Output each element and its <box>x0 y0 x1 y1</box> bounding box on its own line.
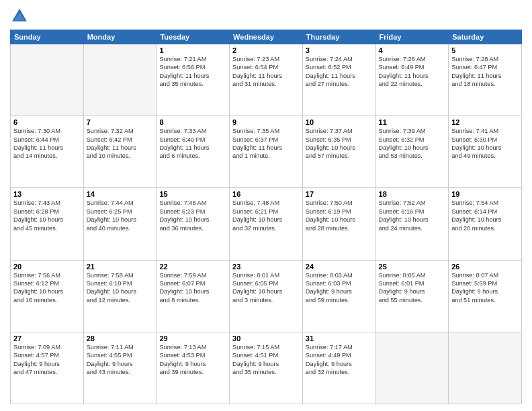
calendar-cell <box>449 332 522 404</box>
day-detail: Sunrise: 7:21 AM Sunset: 6:56 PM Dayligh… <box>159 55 226 89</box>
calendar-cell <box>83 44 157 116</box>
day-detail: Sunrise: 7:50 AM Sunset: 6:19 PM Dayligh… <box>306 199 373 232</box>
day-number: 21 <box>87 263 154 271</box>
calendar-cell: 25Sunrise: 8:05 AM Sunset: 6:01 PM Dayli… <box>375 260 449 332</box>
calendar-cell: 24Sunrise: 8:03 AM Sunset: 6:03 PM Dayli… <box>302 260 375 332</box>
day-detail: Sunrise: 7:37 AM Sunset: 6:35 PM Dayligh… <box>306 127 373 161</box>
calendar-cell: 21Sunrise: 7:58 AM Sunset: 6:10 PM Dayli… <box>83 260 157 332</box>
calendar-cell: 30Sunrise: 7:15 AM Sunset: 4:51 PM Dayli… <box>230 332 303 404</box>
day-number: 5 <box>451 46 519 54</box>
day-detail: Sunrise: 7:23 AM Sunset: 6:54 PM Dayligh… <box>232 55 300 89</box>
day-number: 29 <box>159 334 226 342</box>
calendar-cell: 31Sunrise: 7:17 AM Sunset: 4:49 PM Dayli… <box>302 332 375 404</box>
day-detail: Sunrise: 7:28 AM Sunset: 6:47 PM Dayligh… <box>451 55 519 89</box>
weekday-header-monday: Monday <box>83 30 157 44</box>
day-number: 22 <box>159 263 226 271</box>
day-number: 27 <box>13 334 81 342</box>
weekday-header-saturday: Saturday <box>449 30 522 44</box>
calendar-cell: 26Sunrise: 8:07 AM Sunset: 5:59 PM Dayli… <box>449 260 522 332</box>
day-number: 18 <box>379 190 446 198</box>
weekday-header-sunday: Sunday <box>11 30 84 44</box>
day-detail: Sunrise: 7:26 AM Sunset: 6:49 PM Dayligh… <box>379 55 446 89</box>
header <box>10 7 522 26</box>
calendar-cell: 1Sunrise: 7:21 AM Sunset: 6:56 PM Daylig… <box>157 44 230 116</box>
calendar-cell: 7Sunrise: 7:32 AM Sunset: 6:42 PM Daylig… <box>83 116 157 188</box>
weekday-header-thursday: Thursday <box>302 30 375 44</box>
week-row-3: 20Sunrise: 7:56 AM Sunset: 6:12 PM Dayli… <box>11 260 522 332</box>
day-number: 3 <box>306 46 373 54</box>
weekday-header-row: SundayMondayTuesdayWednesdayThursdayFrid… <box>11 30 522 44</box>
calendar-cell: 4Sunrise: 7:26 AM Sunset: 6:49 PM Daylig… <box>375 44 449 116</box>
day-number: 10 <box>306 118 373 126</box>
day-detail: Sunrise: 7:15 AM Sunset: 4:51 PM Dayligh… <box>232 343 300 377</box>
calendar-cell: 2Sunrise: 7:23 AM Sunset: 6:54 PM Daylig… <box>230 44 303 116</box>
logo <box>10 7 32 26</box>
day-number: 6 <box>13 118 81 126</box>
day-number: 9 <box>232 118 300 126</box>
logo-icon <box>10 7 29 26</box>
day-number: 24 <box>306 263 373 271</box>
calendar-cell: 23Sunrise: 8:01 AM Sunset: 6:05 PM Dayli… <box>230 260 303 332</box>
calendar-cell: 9Sunrise: 7:35 AM Sunset: 6:37 PM Daylig… <box>230 116 303 188</box>
calendar-cell: 10Sunrise: 7:37 AM Sunset: 6:35 PM Dayli… <box>302 116 375 188</box>
day-number: 14 <box>87 190 154 198</box>
calendar-cell: 19Sunrise: 7:54 AM Sunset: 6:14 PM Dayli… <box>449 188 522 260</box>
day-detail: Sunrise: 7:52 AM Sunset: 6:16 PM Dayligh… <box>379 199 446 232</box>
day-number: 4 <box>379 46 446 54</box>
day-number: 31 <box>306 334 373 342</box>
day-detail: Sunrise: 7:17 AM Sunset: 4:49 PM Dayligh… <box>306 343 373 377</box>
day-detail: Sunrise: 7:33 AM Sunset: 6:40 PM Dayligh… <box>159 127 226 161</box>
day-number: 1 <box>159 46 226 54</box>
day-number: 7 <box>87 118 154 126</box>
calendar-cell: 14Sunrise: 7:44 AM Sunset: 6:25 PM Dayli… <box>83 188 157 260</box>
calendar-cell: 22Sunrise: 7:59 AM Sunset: 6:07 PM Dayli… <box>157 260 230 332</box>
day-number: 13 <box>13 190 81 198</box>
weekday-header-tuesday: Tuesday <box>157 30 230 44</box>
day-detail: Sunrise: 7:09 AM Sunset: 4:57 PM Dayligh… <box>13 343 81 377</box>
day-number: 19 <box>451 190 519 198</box>
day-detail: Sunrise: 7:54 AM Sunset: 6:14 PM Dayligh… <box>451 199 519 232</box>
day-detail: Sunrise: 7:39 AM Sunset: 6:32 PM Dayligh… <box>379 127 446 161</box>
day-detail: Sunrise: 7:58 AM Sunset: 6:10 PM Dayligh… <box>87 271 154 305</box>
day-detail: Sunrise: 7:32 AM Sunset: 6:42 PM Dayligh… <box>87 127 154 161</box>
calendar-cell: 5Sunrise: 7:28 AM Sunset: 6:47 PM Daylig… <box>449 44 522 116</box>
day-number: 23 <box>232 263 300 271</box>
calendar-cell: 12Sunrise: 7:41 AM Sunset: 6:30 PM Dayli… <box>449 116 522 188</box>
week-row-0: 1Sunrise: 7:21 AM Sunset: 6:56 PM Daylig… <box>11 44 522 116</box>
calendar-cell: 11Sunrise: 7:39 AM Sunset: 6:32 PM Dayli… <box>375 116 449 188</box>
day-detail: Sunrise: 7:24 AM Sunset: 6:52 PM Dayligh… <box>306 55 373 89</box>
calendar-cell: 3Sunrise: 7:24 AM Sunset: 6:52 PM Daylig… <box>302 44 375 116</box>
weekday-header-friday: Friday <box>375 30 449 44</box>
day-detail: Sunrise: 7:11 AM Sunset: 4:55 PM Dayligh… <box>87 343 154 377</box>
calendar-cell: 16Sunrise: 7:48 AM Sunset: 6:21 PM Dayli… <box>230 188 303 260</box>
day-detail: Sunrise: 7:56 AM Sunset: 6:12 PM Dayligh… <box>13 271 81 305</box>
day-detail: Sunrise: 7:44 AM Sunset: 6:25 PM Dayligh… <box>87 199 154 232</box>
calendar-cell: 8Sunrise: 7:33 AM Sunset: 6:40 PM Daylig… <box>157 116 230 188</box>
day-detail: Sunrise: 8:03 AM Sunset: 6:03 PM Dayligh… <box>306 271 373 305</box>
day-detail: Sunrise: 7:59 AM Sunset: 6:07 PM Dayligh… <box>159 271 226 305</box>
calendar-cell <box>11 44 84 116</box>
day-detail: Sunrise: 7:48 AM Sunset: 6:21 PM Dayligh… <box>232 199 300 232</box>
day-number: 28 <box>87 334 154 342</box>
calendar-cell: 29Sunrise: 7:13 AM Sunset: 4:53 PM Dayli… <box>157 332 230 404</box>
calendar-cell: 28Sunrise: 7:11 AM Sunset: 4:55 PM Dayli… <box>83 332 157 404</box>
day-number: 16 <box>232 190 300 198</box>
day-detail: Sunrise: 7:43 AM Sunset: 6:28 PM Dayligh… <box>13 199 81 232</box>
day-number: 12 <box>451 118 519 126</box>
calendar-cell: 15Sunrise: 7:46 AM Sunset: 6:23 PM Dayli… <box>157 188 230 260</box>
day-number: 25 <box>379 263 446 271</box>
day-number: 15 <box>159 190 226 198</box>
calendar-cell: 27Sunrise: 7:09 AM Sunset: 4:57 PM Dayli… <box>11 332 84 404</box>
calendar-cell: 13Sunrise: 7:43 AM Sunset: 6:28 PM Dayli… <box>11 188 84 260</box>
calendar-cell: 17Sunrise: 7:50 AM Sunset: 6:19 PM Dayli… <box>302 188 375 260</box>
day-detail: Sunrise: 8:07 AM Sunset: 5:59 PM Dayligh… <box>451 271 519 305</box>
calendar-table: SundayMondayTuesdayWednesdayThursdayFrid… <box>10 30 522 404</box>
day-detail: Sunrise: 8:01 AM Sunset: 6:05 PM Dayligh… <box>232 271 300 305</box>
day-number: 2 <box>232 46 300 54</box>
week-row-4: 27Sunrise: 7:09 AM Sunset: 4:57 PM Dayli… <box>11 332 522 404</box>
page: SundayMondayTuesdayWednesdayThursdayFrid… <box>0 0 532 411</box>
day-detail: Sunrise: 7:35 AM Sunset: 6:37 PM Dayligh… <box>232 127 300 161</box>
day-detail: Sunrise: 7:46 AM Sunset: 6:23 PM Dayligh… <box>159 199 226 232</box>
calendar-cell <box>375 332 449 404</box>
day-number: 20 <box>13 263 81 271</box>
